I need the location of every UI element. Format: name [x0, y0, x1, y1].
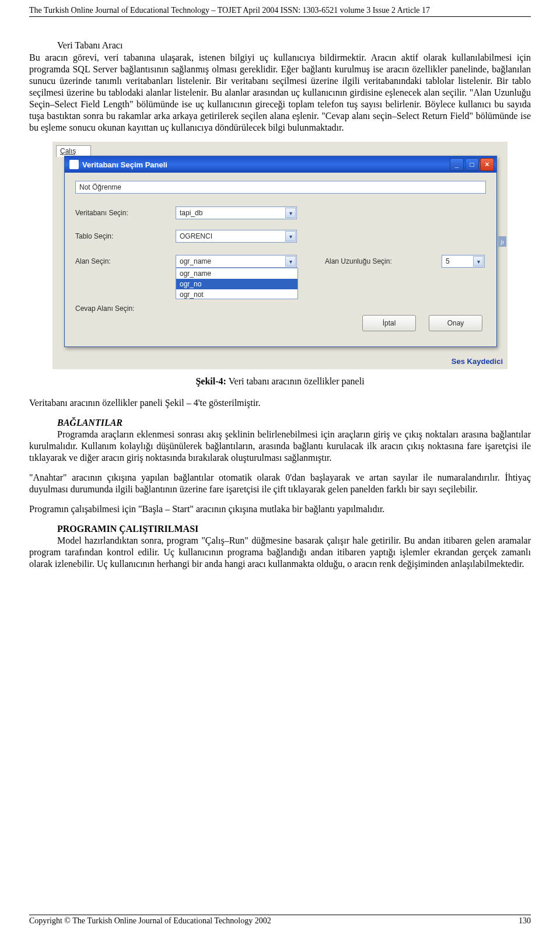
dialog-window: Veritabanı Seçim Paneli _ □ × Veritabanı…	[64, 156, 497, 347]
field-length-value: 5	[446, 257, 450, 265]
section2-body: Programda araçların eklenmesi sonrası ak…	[29, 429, 531, 464]
dropdown-icon: ▾	[285, 208, 296, 218]
close-button[interactable]: ×	[480, 158, 494, 171]
dropdown-icon: ▾	[285, 231, 296, 241]
page-footer: Copyright © The Turkish Online Journal o…	[29, 915, 531, 926]
section1-title: Veri Tabanı Aracı	[29, 40, 531, 51]
field-length-label: Alan Uzunluğu Seçin:	[325, 257, 392, 265]
maximize-icon: □	[470, 160, 474, 169]
journal-header: The Turkish Online Journal of Educationa…	[29, 6, 531, 17]
background-tab[interactable]: Çalış	[56, 145, 91, 157]
return-field-label: Cevap Alanı Seçin:	[75, 304, 134, 313]
minimize-button[interactable]: _	[450, 158, 464, 171]
field-listbox-option[interactable]: ogr_no	[176, 279, 298, 289]
field-combo[interactable]: ogr_name ▾	[176, 255, 297, 268]
field-length-combo[interactable]: 5 ▾	[442, 255, 485, 268]
side-strip-fragment: jı	[498, 236, 506, 247]
para-basla: Programın çalışabilmesi için "Başla – St…	[29, 503, 531, 515]
after-caption-para: Veritabanı aracının özellikler paneli Şe…	[29, 397, 531, 409]
field-listbox-option[interactable]: ogr_not	[176, 289, 298, 299]
footer-copyright: Copyright © The Turkish Online Journal o…	[29, 916, 271, 926]
name-input-row	[75, 181, 486, 195]
figure-caption: Şekil-4: Veri tabanı aracının özellikler…	[29, 376, 531, 387]
title-bar: Veritabanı Seçim Paneli _ □ ×	[65, 156, 496, 173]
field-label: Alan Seçin:	[75, 257, 111, 265]
table-combo-value: OGRENCI	[180, 232, 212, 240]
field-listbox-option[interactable]: ogr_name	[176, 268, 298, 279]
window-buttons: _ □ ×	[450, 158, 494, 171]
db-label: Veritabanı Seçin:	[75, 209, 128, 217]
dropdown-icon: ▾	[473, 256, 484, 267]
db-combo[interactable]: tapi_db ▾	[176, 206, 297, 219]
figure-caption-text: Veri tabanı aracının özellikler paneli	[229, 376, 365, 386]
window-icon	[69, 160, 79, 169]
page-number: 130	[519, 916, 531, 926]
figure-caption-prefix: Şekil-4:	[195, 376, 228, 386]
table-label: Tablo Seçin:	[75, 232, 113, 240]
field-combo-value: ogr_name	[180, 257, 211, 265]
maximize-button[interactable]: □	[465, 158, 479, 171]
dropdown-icon: ▾	[285, 256, 296, 267]
window-title: Veritabanı Seçim Paneli	[82, 160, 167, 169]
ok-button[interactable]: Onay	[429, 315, 482, 331]
para-anahtar: "Anahtar" aracının çıkışına yapılan bağl…	[29, 472, 531, 495]
minimize-icon: _	[455, 160, 459, 169]
field-listbox[interactable]: ogr_name ogr_no ogr_not	[176, 268, 298, 299]
screenshot-figure: Çalış Veritabanı Seçim Paneli _ □ × Veri…	[52, 142, 508, 369]
background-app-label: Ses Kaydedici	[452, 357, 503, 366]
panel-body: Veritabanı Seçin: tapi_db ▾ Tablo Seçin:…	[65, 173, 496, 346]
section1-body: Bu aracın görevi, veri tabanına ulaşarak…	[29, 52, 531, 134]
section2-title: BAĞLANTILAR	[29, 417, 531, 429]
close-icon: ×	[485, 160, 489, 169]
name-input[interactable]	[75, 181, 486, 194]
db-combo-value: tapi_db	[180, 209, 202, 217]
section3-title: PROGRAMIN ÇALIŞTIRILMASI	[29, 523, 531, 535]
cancel-button[interactable]: İptal	[362, 315, 416, 331]
section3-body: Model hazırlandıktan sonra, program "Çal…	[29, 535, 531, 570]
table-combo[interactable]: OGRENCI ▾	[176, 230, 297, 243]
